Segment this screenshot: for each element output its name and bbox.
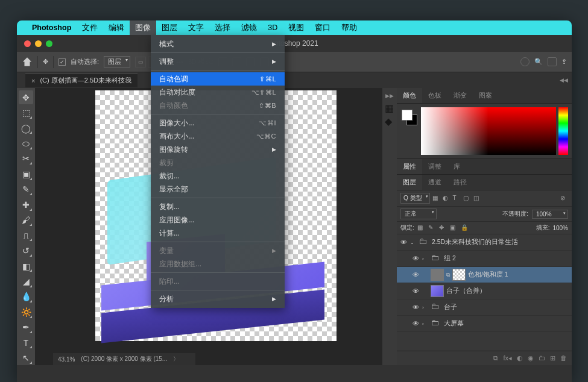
filter-shape-icon[interactable]: ▢ — [463, 195, 471, 202]
collapse-panels-icon[interactable]: ◀◀ — [560, 77, 568, 83]
menu-item[interactable]: 图像大小...⌥⌘I — [151, 116, 285, 130]
lock-transparent-icon[interactable]: ▦ — [417, 224, 425, 232]
visibility-toggle-icon[interactable]: 👁 — [411, 271, 420, 278]
tab-swatches[interactable]: 色板 — [422, 88, 447, 103]
disclosure-arrow-icon[interactable]: › — [422, 305, 428, 310]
filter-adjust-icon[interactable]: ◐ — [443, 195, 450, 202]
disclosure-arrow-icon[interactable]: ⌄ — [410, 240, 416, 245]
expand-dock-icon[interactable]: ▶▶ — [385, 93, 394, 99]
opacity-combo[interactable]: 100% — [532, 210, 568, 219]
link-layers-icon[interactable]: ⧉ — [493, 354, 498, 362]
menu-3d[interactable]: 3D — [262, 20, 283, 35]
visibility-toggle-icon[interactable]: 👁 — [411, 304, 420, 311]
tool-move[interactable]: ✥ — [19, 90, 33, 104]
close-tab-icon[interactable]: × — [31, 77, 35, 84]
autoselect-checkbox[interactable]: ✓ — [58, 58, 66, 66]
layer-filter-combo[interactable]: Q 类型 — [400, 193, 430, 204]
align-icon[interactable]: ▭ — [135, 57, 146, 67]
menu-item[interactable]: 分析▶ — [151, 292, 285, 305]
tab-paths[interactable]: 路径 — [447, 175, 473, 190]
menu-item[interactable]: 显示全部 — [151, 183, 285, 196]
layer-tree[interactable]: 👁⌄2.5D未来科技我们的日常生活👁›组 2👁⧉色相/饱和度 1👁台子（合并）👁… — [397, 234, 572, 351]
tool-heal[interactable]: ✚ — [19, 198, 33, 211]
tool-frame[interactable]: ▣ — [19, 167, 33, 181]
tool-dodge[interactable]: 🔆 — [19, 305, 33, 319]
tab-properties[interactable]: 属性 — [397, 159, 422, 174]
document-tab[interactable]: × (C) 原创插画—2.5D未来科技我 — [25, 73, 138, 87]
close-window-button[interactable] — [24, 40, 31, 47]
search-icon[interactable]: 🔍 — [534, 58, 543, 66]
filter-toggle-icon[interactable]: ⊘ — [560, 195, 568, 202]
new-adjustment-icon[interactable]: ◉ — [528, 354, 534, 362]
tab-gradients[interactable]: 渐变 — [447, 88, 473, 103]
tool-blur[interactable]: 💧 — [19, 290, 33, 304]
menu-item[interactable]: 调整▶ — [151, 55, 285, 68]
tab-channels[interactable]: 通道 — [422, 175, 447, 190]
menu-view[interactable]: 视图 — [283, 20, 309, 35]
filter-smart-icon[interactable]: ◫ — [473, 195, 481, 202]
menu-help[interactable]: 帮助 — [336, 20, 362, 35]
menu-window[interactable]: 窗口 — [309, 20, 336, 35]
fill-combo[interactable]: 100% — [552, 225, 568, 231]
workspace-icon[interactable] — [548, 57, 557, 66]
lock-pixels-icon[interactable]: ✎ — [428, 224, 436, 232]
menu-item[interactable]: 自动色调⇧⌘L — [151, 72, 285, 86]
layer-row[interactable]: 👁⌄2.5D未来科技我们的日常生活 — [397, 234, 572, 251]
visibility-toggle-icon[interactable]: 👁 — [411, 320, 420, 327]
layer-row[interactable]: 👁›台子 — [397, 299, 572, 316]
app-name[interactable]: Photoshop — [27, 23, 77, 32]
tab-adjustments[interactable]: 调整 — [422, 159, 447, 174]
move-tool-icon[interactable]: ✥ — [43, 58, 48, 66]
color-field[interactable] — [421, 107, 556, 155]
share-icon[interactable]: ⇪ — [561, 58, 567, 66]
layer-mask-icon[interactable]: ◐ — [517, 354, 523, 362]
visibility-toggle-icon[interactable]: 👁 — [411, 255, 420, 262]
tool-brush[interactable]: 🖌 — [19, 213, 33, 227]
tool-pen[interactable]: ✒ — [19, 321, 33, 334]
menu-item[interactable]: 复制... — [151, 200, 285, 213]
menu-item[interactable]: 裁切... — [151, 169, 285, 183]
new-layer-icon[interactable]: ⊞ — [550, 354, 555, 362]
new-group-icon[interactable]: 🗀 — [539, 354, 545, 362]
disclosure-arrow-icon[interactable]: › — [422, 256, 428, 261]
dock-icon-2[interactable]: ◆ — [385, 116, 394, 125]
blend-mode-combo[interactable]: 正常 — [400, 208, 437, 219]
menu-edit[interactable]: 编辑 — [103, 20, 130, 35]
layer-row[interactable]: 👁›组 2 — [397, 251, 572, 267]
dock-icon-1[interactable]: ▦ — [385, 102, 394, 112]
lock-artboard-icon[interactable]: ▣ — [450, 224, 458, 232]
minimize-window-button[interactable] — [35, 40, 42, 47]
menu-item[interactable]: 计算... — [151, 227, 285, 240]
menu-type[interactable]: 文字 — [183, 20, 209, 35]
layer-row[interactable]: 👁›大屏幕 — [397, 316, 572, 332]
lock-position-icon[interactable]: ✥ — [439, 224, 447, 232]
menu-image[interactable]: 图像 — [130, 20, 156, 35]
tool-type[interactable]: T — [19, 336, 33, 349]
tool-lasso[interactable]: ◯ — [19, 121, 33, 135]
tool-gradient[interactable]: ◢ — [19, 274, 33, 288]
filter-type-icon[interactable]: T — [453, 195, 461, 202]
tool-stamp[interactable]: ⎍ — [19, 228, 33, 242]
cloud-icon[interactable] — [520, 57, 530, 66]
lock-all-icon[interactable]: 🔒 — [461, 224, 469, 232]
tool-quick-select[interactable]: ⬭ — [19, 136, 33, 150]
tab-patterns[interactable]: 图案 — [473, 88, 498, 103]
delete-layer-icon[interactable]: 🗑 — [560, 354, 567, 362]
visibility-toggle-icon[interactable]: 👁 — [411, 287, 420, 295]
menu-item[interactable]: 图像旋转▶ — [151, 143, 285, 156]
hue-slider[interactable] — [558, 107, 568, 155]
filter-pixmap-icon[interactable]: ▦ — [432, 195, 440, 202]
layer-row[interactable]: 👁台子（合并） — [397, 283, 572, 299]
autoselect-combo[interactable]: 图层 — [104, 56, 130, 67]
menu-item[interactable]: 应用图像... — [151, 213, 285, 227]
tool-eyedropper[interactable]: ✎ — [19, 183, 33, 196]
visibility-toggle-icon[interactable]: 👁 — [399, 239, 408, 246]
menu-filter[interactable]: 滤镜 — [236, 20, 262, 35]
info-chevron-icon[interactable]: 〉 — [173, 355, 179, 363]
tool-crop[interactable]: ✂ — [19, 152, 33, 166]
tab-layers[interactable]: 图层 — [397, 175, 422, 190]
disclosure-arrow-icon[interactable]: › — [422, 321, 428, 327]
home-icon[interactable] — [22, 57, 33, 67]
menu-item[interactable]: 画布大小...⌥⌘C — [151, 130, 285, 143]
menu-layer[interactable]: 图层 — [156, 20, 183, 35]
